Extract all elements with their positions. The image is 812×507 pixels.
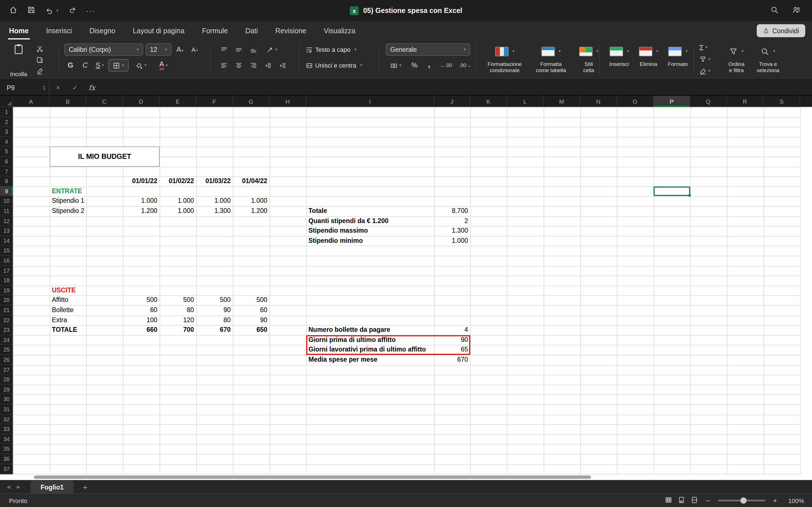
align-right-button[interactable] (247, 59, 259, 71)
cell-D21[interactable]: 60 (123, 305, 160, 315)
add-sheet-button[interactable]: + (83, 483, 87, 492)
tab-formule[interactable]: Formule (201, 24, 229, 40)
cell-D11[interactable]: 1.200 (123, 206, 160, 216)
row-header-28[interactable]: 28 (0, 375, 13, 385)
redo-button[interactable] (68, 5, 77, 16)
borders-button[interactable]: ▾ (108, 59, 129, 71)
zoom-out-button[interactable]: − (706, 497, 710, 504)
cell-D10[interactable]: 1.000 (123, 196, 160, 206)
column-header-N[interactable]: N (580, 96, 617, 107)
wrap-text-button[interactable]: Testo a capo▾ (306, 42, 362, 57)
bold-button[interactable]: G (64, 59, 77, 71)
format-painter-button[interactable] (36, 66, 43, 76)
find-select-button[interactable]: ▾ Trova e seleziona (752, 41, 784, 78)
column-header-S[interactable]: S (763, 96, 800, 107)
cell-G11[interactable]: 1.200 (233, 206, 269, 216)
decrease-indent-button[interactable] (262, 59, 274, 71)
row-header-36[interactable]: 36 (0, 454, 13, 464)
row-header-16[interactable]: 16 (0, 256, 13, 266)
name-box[interactable]: P9 ▲▼ (0, 80, 50, 96)
cell-I12[interactable]: Quanti stipendi da € 1.200 (306, 216, 434, 226)
comma-style-button[interactable]: , (423, 59, 435, 71)
align-top-button[interactable] (218, 43, 230, 56)
row-header-15[interactable]: 15 (0, 246, 13, 256)
column-header-B[interactable]: B (50, 96, 86, 107)
cell-B11[interactable]: Stipendio 2 (50, 206, 86, 216)
format-as-table-button[interactable]: ▾ Formatta come tabella (529, 41, 573, 78)
row-header-3[interactable]: 3 (0, 127, 13, 136)
name-box-spinner[interactable]: ▲▼ (43, 85, 46, 91)
cell-I14[interactable]: Stipendio minimo (306, 236, 434, 246)
column-header-Q[interactable]: Q (690, 96, 727, 107)
zoom-level[interactable]: 100% (785, 497, 804, 504)
row-header-30[interactable]: 30 (0, 395, 13, 404)
paste-button[interactable]: Incolla (6, 41, 32, 78)
cell-G23[interactable]: 650 (233, 325, 269, 335)
zoom-in-button[interactable]: + (773, 497, 777, 504)
home-quick-button[interactable] (9, 5, 17, 16)
cell-D22[interactable]: 100 (123, 315, 160, 325)
row-header-37[interactable]: 37 (0, 464, 13, 474)
fill-button[interactable]: ▾ (699, 54, 710, 65)
column-header-E[interactable]: E (160, 96, 196, 107)
normal-view-button[interactable] (665, 496, 672, 505)
row-header-31[interactable]: 31 (0, 404, 13, 414)
cell-B10[interactable]: Stipendio 1 (50, 196, 86, 206)
row-header-34[interactable]: 34 (0, 434, 13, 444)
cell-E20[interactable]: 500 (160, 295, 196, 305)
column-header-H[interactable]: H (269, 96, 306, 107)
cell-D23[interactable]: 660 (123, 325, 160, 335)
cell-B21[interactable]: Bollette (50, 305, 86, 315)
increase-indent-button[interactable] (276, 59, 289, 71)
cell-B22[interactable]: Extra (50, 315, 86, 325)
cut-button[interactable] (36, 43, 43, 54)
cell-E10[interactable]: 1.000 (160, 196, 196, 206)
row-header-10[interactable]: 10 (0, 196, 13, 206)
delete-cells-button[interactable]: ▾ Elimina (634, 41, 663, 78)
sheet-tab-foglio1[interactable]: Foglio1 (31, 481, 74, 494)
cell-J26[interactable]: 670 (434, 355, 470, 365)
row-header-27[interactable]: 27 (0, 365, 13, 375)
align-bottom-button[interactable] (247, 43, 259, 56)
cell-B19[interactable]: USCITE (50, 286, 86, 295)
row-header-20[interactable]: 20 (0, 295, 13, 305)
cell-J12[interactable]: 2 (434, 216, 470, 226)
cell-D8[interactable]: 01/01/22 (123, 176, 160, 186)
tab-visualizza[interactable]: Visualizza (322, 24, 356, 40)
row-header-9[interactable]: 9 (0, 186, 13, 196)
cell-B20[interactable]: Affitto (50, 295, 86, 305)
insert-function-button[interactable]: fx (84, 83, 100, 92)
percent-style-button[interactable]: % (408, 59, 421, 71)
undo-button[interactable]: ▾ (45, 6, 58, 15)
format-cells-button[interactable]: ▾ Formato (663, 41, 693, 78)
clear-button[interactable]: ▾ (699, 65, 710, 76)
cell-I26[interactable]: Media spese per mese (306, 355, 434, 365)
prev-sheet-icon[interactable]: ◀ (3, 485, 13, 490)
text-orientation-button[interactable]: ▾ (262, 43, 282, 56)
align-center-button[interactable] (232, 59, 245, 71)
cell-J25[interactable]: 65 (434, 345, 470, 355)
cell-F22[interactable]: 80 (196, 315, 233, 325)
row-header-21[interactable]: 21 (0, 305, 13, 315)
italic-button[interactable]: C (79, 59, 91, 71)
row-header-24[interactable]: 24 (0, 335, 13, 345)
column-header-K[interactable]: K (470, 96, 507, 107)
fill-color-button[interactable]: ▾ (131, 59, 151, 71)
cell-B9[interactable]: ENTRATE (50, 186, 86, 196)
font-color-button[interactable]: A▾ (153, 59, 174, 71)
row-header-18[interactable]: 18 (0, 276, 13, 285)
cell-J11[interactable]: 8.700 (434, 206, 470, 216)
page-layout-view-button[interactable] (678, 496, 685, 505)
cell-F20[interactable]: 500 (196, 295, 233, 305)
row-header-19[interactable]: 19 (0, 286, 13, 295)
share-button[interactable]: Condividi (756, 24, 805, 37)
row-header-4[interactable]: 4 (0, 137, 13, 147)
cell-F8[interactable]: 01/03/22 (196, 176, 233, 186)
row-header-13[interactable]: 13 (0, 226, 13, 236)
cell-E21[interactable]: 80 (160, 305, 196, 315)
column-header-R[interactable]: R (727, 96, 763, 107)
underline-button[interactable]: S▾ (94, 59, 106, 71)
cell-G21[interactable]: 60 (233, 305, 269, 315)
row-header-8[interactable]: 8 (0, 176, 13, 186)
cell-F11[interactable]: 1.300 (196, 206, 233, 216)
